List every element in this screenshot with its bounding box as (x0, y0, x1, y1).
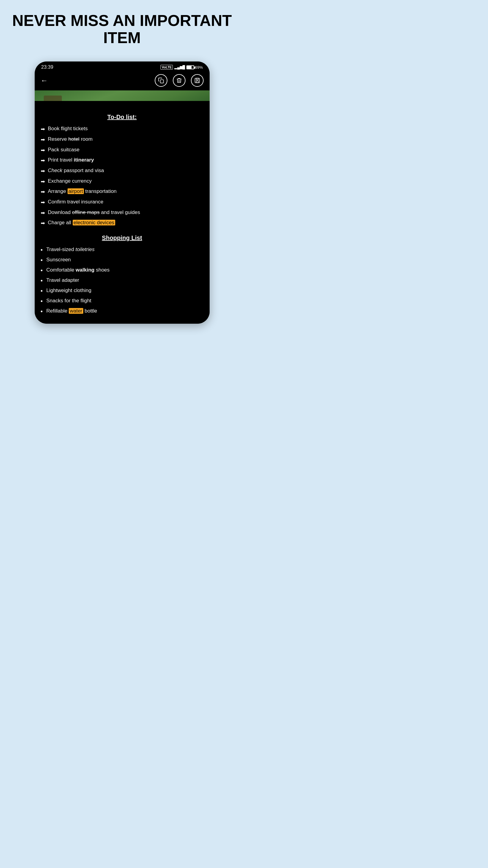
svg-rect-0 (160, 80, 164, 83)
todo-section: To-Do list: ➡ Book flight tickets ➡ Rese… (41, 113, 204, 227)
todo-text: Check passport and visa (48, 167, 204, 175)
todo-text: Charge all electronic devices (48, 219, 204, 227)
battery-icon: 69% (186, 65, 203, 70)
bullet-icon: • (41, 287, 43, 295)
bold-text: walking (76, 267, 94, 273)
list-item: ➡ Pack suitcase (41, 146, 204, 154)
highlight-text: water (69, 308, 83, 314)
network-icon: VoLTE (161, 65, 173, 70)
list-item: • Lightweight clothing (41, 287, 204, 295)
bullet-icon: • (41, 277, 43, 284)
todo-text: Confirm travel insurance (48, 198, 204, 206)
arrow-icon: ➡ (41, 210, 45, 217)
status-time: 23:39 (41, 64, 53, 70)
list-item: • Comfortable walking shoes (41, 267, 204, 274)
shopping-section: Shopping List • Travel-sized toiletries … (41, 233, 204, 315)
arrow-icon: ➡ (41, 147, 45, 154)
status-icons: VoLTE ▂▄▆█ 69% (161, 65, 203, 70)
todo-text: Pack suitcase (48, 146, 204, 154)
arrow-icon: ➡ (41, 199, 45, 207)
arrow-icon: ➡ (41, 178, 45, 186)
shopping-text: Refillable water bottle (47, 307, 204, 315)
italic-text: Check (48, 167, 62, 173)
highlight-text: airport (67, 188, 84, 194)
strikethrough-text: offline maps (72, 210, 99, 215)
bullet-icon: • (41, 246, 43, 254)
arrow-icon: ➡ (41, 220, 45, 227)
arrow-icon: ➡ (41, 167, 45, 175)
todo-list: ➡ Book flight tickets ➡ Reserve hotel ro… (41, 125, 204, 227)
bullet-icon: • (41, 267, 43, 274)
list-item: ➡ Reserve hotel room (41, 135, 204, 144)
main-headline: NEVER MISS AN IMPORTANT ITEM (6, 12, 238, 46)
list-item: ➡ Exchange currency (41, 178, 204, 186)
content-area: To-Do list: ➡ Book flight tickets ➡ Rese… (35, 107, 210, 323)
bullet-icon: • (41, 256, 43, 264)
arrow-icon: ➡ (41, 157, 45, 164)
list-item: • Sunscreen (41, 256, 204, 264)
arrow-icon: ➡ (41, 188, 45, 196)
highlight-text: electronic devices (73, 220, 115, 225)
list-item: ➡ Download offline maps and travel guide… (41, 209, 204, 217)
shopping-list: • Travel-sized toiletries • Sunscreen • … (41, 246, 204, 315)
todo-text: Reserve hotel room (48, 135, 204, 143)
list-item: ➡ Book flight tickets (41, 125, 204, 133)
shopping-text: Comfortable walking shoes (47, 267, 204, 274)
shopping-text: Travel adapter (47, 277, 204, 284)
save-button[interactable] (191, 74, 204, 87)
arrow-icon: ➡ (41, 136, 45, 144)
strikethrough-text: hotel (68, 136, 80, 142)
list-item: • Refillable water bottle (41, 307, 204, 315)
todo-text: Print travel itinerary (48, 156, 204, 164)
todo-text: Download offline maps and travel guides (48, 209, 204, 216)
list-item: • Snacks for the flight (41, 297, 204, 305)
italic-text: toiletries (76, 247, 94, 252)
svg-rect-3 (196, 81, 198, 83)
bullet-icon: • (41, 297, 43, 305)
shopping-title: Shopping List (41, 233, 204, 242)
todo-text: Arrange airport transportation (48, 188, 204, 195)
arrow-icon: ➡ (41, 126, 45, 133)
shopping-text: Lightweight clothing (47, 287, 204, 294)
bullet-icon: • (41, 307, 43, 315)
list-item: ➡ Charge all electronic devices (41, 219, 204, 227)
trash-button[interactable] (173, 74, 185, 87)
svg-rect-2 (196, 79, 198, 80)
nav-action-icons (155, 74, 204, 87)
list-item: ➡ Arrange airport transportation (41, 188, 204, 196)
status-bar: 23:39 VoLTE ▂▄▆█ 69% (35, 61, 210, 72)
list-item: ➡ Confirm travel insurance (41, 198, 204, 207)
bold-text: itinerary (74, 157, 94, 163)
list-item: ➡ Check passport and visa (41, 167, 204, 175)
shopping-text: Sunscreen (47, 256, 204, 264)
list-item: ➡ Print travel itinerary (41, 156, 204, 164)
nav-bar: ← (35, 72, 210, 90)
list-item: • Travel adapter (41, 277, 204, 284)
signal-icon: ▂▄▆█ (174, 65, 185, 69)
hero-image (35, 90, 210, 107)
shopping-text: Travel-sized toiletries (47, 246, 204, 253)
todo-text: Book flight tickets (48, 125, 204, 133)
phone-mockup: 23:39 VoLTE ▂▄▆█ 69% ← (35, 61, 210, 323)
list-item: • Travel-sized toiletries (41, 246, 204, 254)
todo-title: To-Do list: (41, 113, 204, 121)
shopping-text: Snacks for the flight (47, 297, 204, 305)
copy-button[interactable] (155, 74, 167, 87)
back-button[interactable]: ← (41, 76, 48, 85)
battery-percent: 69% (195, 65, 203, 70)
todo-text: Exchange currency (48, 178, 204, 185)
